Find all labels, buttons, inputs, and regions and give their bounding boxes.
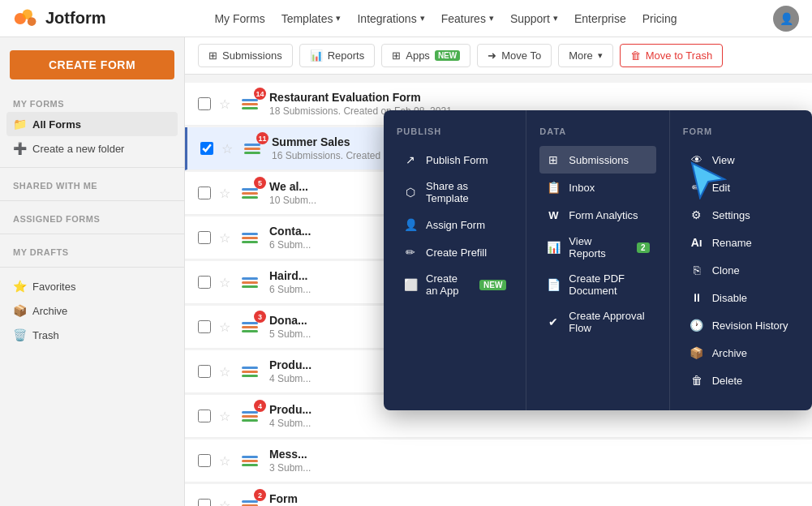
disable-icon: ⏸ bbox=[690, 290, 704, 305]
star-toggle[interactable]: ☆ bbox=[219, 319, 230, 335]
app-icon: ⬜ bbox=[403, 277, 418, 292]
dropdown-rename[interactable]: Aı Rename bbox=[683, 229, 799, 256]
dropdown-form-analytics[interactable]: W Form Analytics bbox=[539, 201, 655, 229]
logo[interactable]: Jotform bbox=[13, 6, 118, 32]
form-icon: 3 bbox=[238, 315, 261, 338]
form-column: FORM 👁 View ✏ Edit ⚙ Settings Aı Rename bbox=[670, 110, 812, 410]
form-info: Mess... 3 Subm... bbox=[269, 448, 799, 474]
row-checkbox[interactable] bbox=[198, 499, 211, 506]
dropdown-approval-flow[interactable]: ✔ Create Approval Flow bbox=[539, 303, 655, 341]
nav-integrations[interactable]: Integrations ▾ bbox=[357, 12, 424, 25]
table-row[interactable]: ☆ 2 Form 3 Subm... bbox=[185, 484, 812, 506]
reports-icon: 📊 bbox=[546, 240, 561, 255]
toolbar: ⊞ Submissions 📊 Reports ⊞ Apps NEW ➜ Mov… bbox=[185, 37, 812, 75]
nav-features[interactable]: Features ▾ bbox=[441, 12, 494, 25]
nav-pricing[interactable]: Pricing bbox=[642, 12, 677, 25]
sidebar-item-trash[interactable]: 🗑️ Trash bbox=[0, 323, 184, 347]
dropdown-create-prefill[interactable]: ✏ Create Prefill bbox=[397, 238, 513, 266]
dropdown-submissions[interactable]: ⊞ Submissions bbox=[539, 146, 655, 174]
row-checkbox[interactable] bbox=[198, 365, 211, 378]
data-title: DATA bbox=[539, 126, 655, 136]
sidebar-divider-4 bbox=[0, 267, 184, 268]
star-toggle[interactable]: ☆ bbox=[219, 275, 230, 290]
view-icon: 👁 bbox=[690, 152, 704, 167]
dropdown-inbox[interactable]: 📋 Inbox bbox=[539, 174, 655, 201]
table-row[interactable]: ☆ Mess... 3 Subm... bbox=[185, 440, 812, 482]
toolbar-trash-btn[interactable]: 🗑 Move to Trash bbox=[620, 44, 723, 67]
dropdown-clone[interactable]: ⎘ Clone bbox=[683, 256, 799, 284]
prefill-icon: ✏ bbox=[403, 245, 418, 259]
row-checkbox[interactable] bbox=[198, 410, 211, 422]
star-toggle[interactable]: ☆ bbox=[219, 453, 230, 469]
nav-templates[interactable]: Templates ▾ bbox=[281, 12, 342, 25]
toolbar-more-btn[interactable]: More ▾ bbox=[558, 44, 613, 67]
apps-icon: ⊞ bbox=[392, 49, 401, 62]
nav-my-forms[interactable]: My Forms bbox=[214, 12, 264, 25]
logo-text: Jotform bbox=[45, 9, 105, 28]
star-toggle[interactable]: ☆ bbox=[219, 96, 230, 112]
dropdown-assign-form[interactable]: 👤 Assign Form bbox=[397, 211, 513, 238]
form-icon: 14 bbox=[238, 92, 261, 115]
pdf-icon: 📄 bbox=[546, 277, 561, 292]
form-badge: 3 bbox=[254, 311, 266, 323]
row-checkbox[interactable] bbox=[198, 97, 211, 110]
dropdown-create-app[interactable]: ⬜ Create an App NEW bbox=[397, 266, 513, 303]
form-icon: 2 bbox=[238, 494, 261, 506]
row-checkbox[interactable] bbox=[200, 142, 213, 155]
sidebar-item-new-folder[interactable]: ➕ Create a new folder bbox=[0, 136, 184, 161]
logo-icon bbox=[13, 6, 39, 32]
dropdown-view[interactable]: 👁 View bbox=[683, 146, 799, 174]
toolbar-trash-icon: 🗑 bbox=[630, 49, 641, 62]
toolbar-reports-btn[interactable]: 📊 Reports bbox=[299, 44, 376, 67]
nav-enterprise[interactable]: Enterprise bbox=[574, 12, 626, 25]
dropdown-archive[interactable]: 📦 Archive bbox=[683, 339, 799, 367]
dropdown-publish-form[interactable]: ↗ Publish Form bbox=[397, 146, 513, 174]
reports-badge: 2 bbox=[637, 242, 650, 253]
sidebar-item-all-forms[interactable]: 📁 All Forms bbox=[6, 112, 178, 136]
avatar[interactable]: 👤 bbox=[773, 6, 799, 32]
star-toggle[interactable]: ☆ bbox=[219, 498, 230, 507]
form-icon: 4 bbox=[238, 405, 261, 427]
form-info: Form 3 Subm... bbox=[269, 492, 799, 506]
sidebar-item-archive[interactable]: 📦 Archive bbox=[0, 298, 184, 323]
star-icon: ⭐ bbox=[13, 280, 26, 293]
rename-icon: Aı bbox=[690, 235, 704, 250]
trash-icon: 🗑️ bbox=[13, 328, 26, 341]
dropdown-create-pdf[interactable]: 📄 Create PDF Document bbox=[539, 266, 655, 303]
toolbar-apps-btn[interactable]: ⊞ Apps NEW bbox=[381, 44, 470, 67]
dropdown-edit[interactable]: ✏ Edit bbox=[683, 174, 799, 201]
form-badge: 5 bbox=[254, 177, 266, 189]
row-checkbox[interactable] bbox=[198, 276, 211, 289]
dropdown-disable[interactable]: ⏸ Disable bbox=[683, 284, 799, 311]
form-name: Restaurant Evaluation Form bbox=[269, 91, 799, 104]
plus-icon: ➕ bbox=[13, 142, 26, 155]
form-badge: 2 bbox=[254, 489, 266, 501]
publish-column: PUBLISH ↗ Publish Form ⬡ Share as Templa… bbox=[384, 110, 526, 410]
settings-icon: ⚙ bbox=[690, 208, 704, 222]
star-toggle[interactable]: ☆ bbox=[219, 186, 230, 201]
dropdown-settings[interactable]: ⚙ Settings bbox=[683, 201, 799, 229]
star-toggle[interactable]: ☆ bbox=[219, 364, 230, 380]
toolbar-moveto-btn[interactable]: ➜ Move To bbox=[477, 44, 552, 67]
form-icon bbox=[238, 449, 261, 472]
dropdown-share-template[interactable]: ⬡ Share as Template bbox=[397, 174, 513, 211]
dropdown-delete[interactable]: 🗑 Delete bbox=[683, 367, 799, 394]
star-toggle[interactable]: ☆ bbox=[221, 141, 233, 157]
star-toggle[interactable]: ☆ bbox=[219, 409, 230, 424]
row-checkbox[interactable] bbox=[198, 320, 211, 333]
dropdown-view-reports[interactable]: 📊 View Reports 2 bbox=[539, 229, 655, 266]
create-form-button[interactable]: CREATE FORM bbox=[10, 50, 174, 79]
row-checkbox[interactable] bbox=[198, 187, 211, 199]
main-layout: CREATE FORM MY FORMS 📁 All Forms ➕ Creat… bbox=[0, 37, 812, 506]
star-toggle[interactable]: ☆ bbox=[219, 230, 230, 246]
form-badge: 14 bbox=[254, 88, 266, 100]
form-icon: 11 bbox=[241, 137, 264, 160]
nav-support[interactable]: Support ▾ bbox=[510, 12, 558, 25]
sidebar-item-favorites[interactable]: ⭐ Favorites bbox=[0, 274, 184, 298]
drafts-label: MY DRAFTS bbox=[0, 241, 184, 260]
row-checkbox[interactable] bbox=[198, 231, 211, 244]
nav-links: My Forms Templates ▾ Integrations ▾ Feat… bbox=[138, 12, 754, 25]
row-checkbox[interactable] bbox=[198, 454, 211, 467]
toolbar-submissions-btn[interactable]: ⊞ Submissions bbox=[198, 44, 293, 67]
dropdown-revision-history[interactable]: 🕐 Revision History bbox=[683, 311, 799, 339]
